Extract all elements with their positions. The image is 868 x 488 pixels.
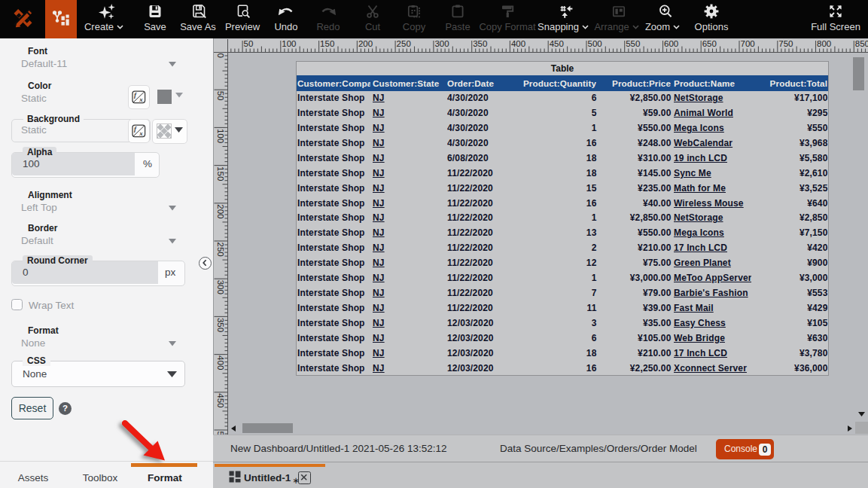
- svg-text:550: 550: [626, 39, 641, 48]
- svg-text:400: 400: [511, 39, 525, 48]
- svg-text:50: 50: [215, 91, 224, 101]
- svg-text:100: 100: [215, 129, 224, 143]
- svg-text:850: 850: [855, 39, 868, 48]
- svg-text:700: 700: [741, 39, 755, 48]
- svg-text:450: 450: [550, 39, 564, 48]
- svg-text:600: 600: [664, 39, 678, 48]
- svg-text:500: 500: [588, 39, 602, 48]
- svg-text:350: 350: [215, 318, 224, 332]
- svg-text:150: 150: [320, 39, 334, 48]
- svg-text:750: 750: [779, 39, 793, 48]
- svg-text:200: 200: [215, 205, 224, 219]
- svg-text:f: f: [134, 124, 137, 132]
- svg-text:0: 0: [215, 53, 224, 58]
- svg-text:300: 300: [435, 39, 449, 48]
- svg-text:400: 400: [215, 355, 224, 370]
- svg-text:x: x: [139, 96, 143, 103]
- svg-text:650: 650: [702, 39, 717, 48]
- svg-text:50: 50: [244, 39, 254, 48]
- svg-text:450: 450: [215, 394, 224, 408]
- svg-text:f: f: [134, 90, 137, 98]
- svg-text:250: 250: [215, 242, 224, 257]
- svg-text:x: x: [139, 130, 143, 137]
- svg-text:150: 150: [215, 166, 224, 181]
- svg-text:250: 250: [397, 39, 411, 48]
- svg-text:200: 200: [358, 39, 373, 48]
- svg-text:100: 100: [282, 39, 297, 48]
- svg-text:300: 300: [215, 280, 224, 294]
- svg-text:800: 800: [817, 39, 831, 48]
- svg-text:350: 350: [474, 39, 488, 48]
